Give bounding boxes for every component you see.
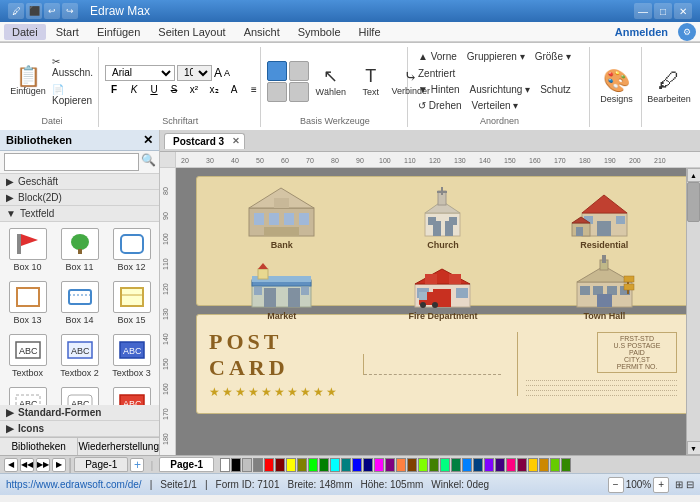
- drehen-button[interactable]: ↺ Drehen: [414, 98, 466, 113]
- page-prev-button[interactable]: ◀: [4, 458, 18, 472]
- color-swatch[interactable]: [407, 458, 417, 472]
- font-grow-icon[interactable]: A: [214, 66, 222, 80]
- page-next-button[interactable]: ▶: [52, 458, 66, 472]
- color-swatch[interactable]: [429, 458, 439, 472]
- color-swatch[interactable]: [308, 458, 318, 472]
- sidebar-section-standard[interactable]: ▶ Standard-Formen: [0, 405, 159, 421]
- superscript-button[interactable]: x²: [185, 82, 203, 98]
- color-swatch[interactable]: [352, 458, 362, 472]
- zoom-out-button[interactable]: −: [608, 477, 624, 493]
- add-page-button[interactable]: +: [130, 458, 144, 472]
- menu-datei[interactable]: Datei: [4, 24, 46, 40]
- sidebar-close-icon[interactable]: ✕: [143, 133, 153, 147]
- gruppe-button[interactable]: Gruppieren ▾: [463, 49, 529, 64]
- sidebar-section-icons[interactable]: ▶ Icons: [0, 421, 159, 437]
- zoom-in-button[interactable]: +: [653, 477, 669, 493]
- sidebar-section-textfeld[interactable]: ▼ Textfeld: [0, 206, 159, 222]
- select-button[interactable]: ↖ Wählen: [313, 62, 349, 100]
- copy-button[interactable]: 📄 Kopieren: [48, 82, 97, 108]
- close-button[interactable]: ✕: [674, 3, 692, 19]
- color-swatch[interactable]: [550, 458, 560, 472]
- paste-button[interactable]: 📋 Einfügen: [10, 63, 46, 99]
- settings-icon[interactable]: ⚙: [678, 23, 696, 41]
- font-size-select[interactable]: 10: [177, 65, 212, 81]
- color-swatch[interactable]: [418, 458, 428, 472]
- color-swatch[interactable]: [341, 458, 351, 472]
- color-swatch[interactable]: [264, 458, 274, 472]
- libraries-tab[interactable]: Bibliotheken: [0, 438, 78, 455]
- scroll-thumb[interactable]: [687, 182, 700, 222]
- sidebar-item-textbox6[interactable]: ABC Textbox 6: [107, 384, 156, 405]
- scroll-up-button[interactable]: ▲: [687, 168, 701, 182]
- menu-einfuegen[interactable]: Einfügen: [89, 24, 148, 40]
- page-tab-2[interactable]: Page-1: [159, 457, 214, 472]
- color-swatch[interactable]: [528, 458, 538, 472]
- sidebar-item-box12[interactable]: Box 12: [107, 225, 156, 275]
- color-swatch[interactable]: [473, 458, 483, 472]
- menu-start[interactable]: Start: [48, 24, 87, 40]
- groesse-button[interactable]: Größe ▾: [531, 49, 575, 64]
- color-swatch[interactable]: [319, 458, 329, 472]
- menu-hilfe[interactable]: Hilfe: [351, 24, 389, 40]
- color-swatch[interactable]: [297, 458, 307, 472]
- page-first-button[interactable]: ◀◀: [20, 458, 34, 472]
- color-swatch[interactable]: [275, 458, 285, 472]
- verteilen-button[interactable]: Verteilen ▾: [468, 98, 523, 113]
- search-icon[interactable]: 🔍: [141, 153, 156, 171]
- color-swatch[interactable]: [231, 458, 241, 472]
- sidebar-item-textbox4[interactable]: ABC Textbox 4: [3, 384, 52, 405]
- color-swatch[interactable]: [539, 458, 549, 472]
- color-swatch[interactable]: [517, 458, 527, 472]
- minimize-button[interactable]: —: [634, 3, 652, 19]
- restore-tab[interactable]: Wiederherstellung: [78, 438, 159, 455]
- font-shrink-icon[interactable]: A: [224, 68, 230, 78]
- sidebar-item-textbox3[interactable]: ABC Textbox 3: [107, 331, 156, 381]
- sidebar-item-box10[interactable]: Box 10: [3, 225, 52, 275]
- close-tab-icon[interactable]: ✕: [232, 136, 240, 146]
- color-swatch[interactable]: [561, 458, 571, 472]
- color-swatch[interactable]: [242, 458, 252, 472]
- page-tab-1[interactable]: Page-1: [74, 457, 128, 472]
- subscript-button[interactable]: x₂: [205, 82, 223, 98]
- sidebar-item-box13[interactable]: Box 13: [3, 278, 52, 328]
- color-swatch[interactable]: [396, 458, 406, 472]
- color-swatch[interactable]: [220, 458, 230, 472]
- sidebar-item-textbox1[interactable]: ABC Textbox: [3, 331, 52, 381]
- underline-button[interactable]: U: [145, 82, 163, 98]
- ausrichtung-button[interactable]: Ausrichtung ▾: [466, 82, 535, 97]
- sidebar-item-box15[interactable]: Box 15: [107, 278, 156, 328]
- color-swatch[interactable]: [484, 458, 494, 472]
- text-button[interactable]: T Text: [353, 63, 389, 100]
- menu-ansicht[interactable]: Ansicht: [236, 24, 288, 40]
- color-swatch[interactable]: [495, 458, 505, 472]
- fontcolor-button[interactable]: A: [225, 82, 243, 98]
- cut-button[interactable]: ✂ Ausschn.: [48, 54, 97, 80]
- color-swatch[interactable]: [506, 458, 516, 472]
- maximize-button[interactable]: □: [654, 3, 672, 19]
- sidebar-search-input[interactable]: [4, 153, 139, 171]
- color-swatch[interactable]: [286, 458, 296, 472]
- edit-button[interactable]: 🖊 Bearbeiten: [648, 65, 690, 107]
- canvas-tab-postcard3[interactable]: Postcard 3 ✕: [164, 133, 245, 149]
- color-swatch[interactable]: [330, 458, 340, 472]
- sidebar-section-geschaeft[interactable]: ▶ Geschäft: [0, 174, 159, 190]
- sidebar-item-textbox5[interactable]: ABC Textbox 5: [55, 384, 104, 405]
- scroll-down-button[interactable]: ▼: [687, 441, 701, 455]
- color-swatch[interactable]: [440, 458, 450, 472]
- sidebar-item-box14[interactable]: Box 14: [55, 278, 104, 328]
- menu-symbole[interactable]: Symbole: [290, 24, 349, 40]
- canvas-content[interactable]: Bank: [176, 168, 700, 455]
- font-name-select[interactable]: Arial: [105, 65, 175, 81]
- zentriert-button[interactable]: Zentriert: [414, 66, 459, 81]
- page-last-button[interactable]: ▶▶: [36, 458, 50, 472]
- sidebar-item-textbox2[interactable]: ABC Textbox 2: [55, 331, 104, 381]
- strikethrough-button[interactable]: S: [165, 82, 183, 98]
- status-url[interactable]: https://www.edrawsoft.com/de/: [6, 479, 142, 490]
- designs-button[interactable]: 🎨 Designs: [596, 65, 637, 107]
- vorne-button[interactable]: ▲ Vorne: [414, 49, 461, 64]
- hinten-button[interactable]: ▼ Hinten: [414, 82, 464, 97]
- sidebar-item-box11[interactable]: Box 11: [55, 225, 104, 275]
- schutz-button[interactable]: Schutz: [536, 82, 575, 97]
- menu-seiten-layout[interactable]: Seiten Layout: [150, 24, 233, 40]
- sidebar-section-block2d[interactable]: ▶ Block(2D): [0, 190, 159, 206]
